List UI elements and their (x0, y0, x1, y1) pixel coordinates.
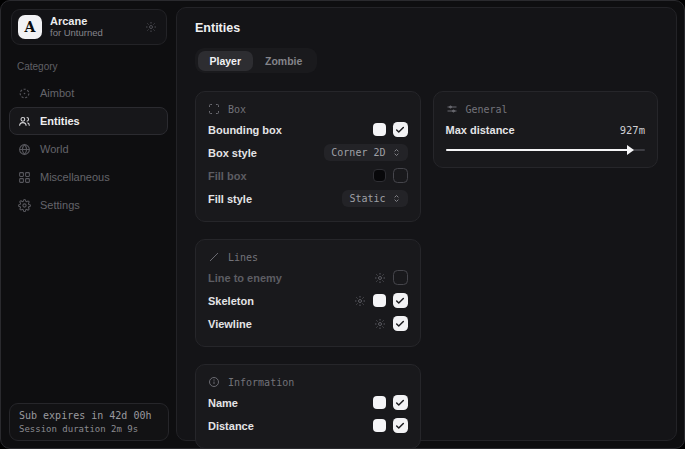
left-column: Box Bounding box Box style (195, 91, 421, 449)
globe-icon (18, 143, 31, 156)
setting-row-line-to-enemy: Line to enemy (208, 266, 408, 289)
gear-icon[interactable] (145, 21, 157, 33)
fill-style-dropdown[interactable]: Static (342, 190, 407, 207)
sidebar-item-label: Aimbot (40, 87, 74, 99)
sidebar-item-world[interactable]: World (9, 135, 168, 163)
sidebar-item-miscellaneous[interactable]: Miscellaneous (9, 163, 168, 191)
logo-letter: A (25, 19, 36, 35)
app-window: A Arcane for Unturned Category Aimbot (0, 0, 685, 449)
crosshair-icon (18, 87, 31, 100)
right-column: General Max distance 927m (433, 91, 659, 168)
color-swatch[interactable] (373, 169, 386, 182)
gear-icon[interactable] (374, 272, 386, 284)
content-area: Box Bounding box Box style (195, 91, 658, 449)
sidebar-item-entities[interactable]: Entities (9, 107, 168, 135)
sliders-icon (446, 103, 458, 115)
sidebar-nav: Aimbot Entities World Miscellaneous (1, 79, 176, 219)
subscription-card: Sub expires in 42d 00h Session duration … (9, 403, 169, 441)
chevron-up-down-icon (392, 194, 401, 203)
checkbox-unchecked[interactable] (393, 168, 408, 183)
general-card: General Max distance 927m (433, 91, 659, 168)
setting-row-distance: Distance (208, 414, 408, 437)
diagonal-line-icon (208, 251, 220, 263)
main-panel: Entities Player Zombie Box Bounding box (176, 7, 677, 441)
page-title: Entities (195, 21, 658, 35)
max-distance-slider[interactable] (446, 144, 646, 156)
card-title: General (466, 104, 508, 115)
general-card-header: General (446, 101, 646, 118)
sidebar-item-label: Miscellaneous (40, 171, 110, 183)
gear-icon[interactable] (374, 318, 386, 330)
category-label: Category (17, 61, 176, 72)
setting-row-skeleton: Skeleton (208, 289, 408, 312)
session-duration-text: Session duration 2m 9s (19, 424, 159, 434)
setting-row-box-style: Box style Corner 2D (208, 141, 408, 164)
max-distance-label: Max distance (446, 124, 515, 136)
tab-player[interactable]: Player (198, 51, 254, 71)
setting-row-fill-box: Fill box (208, 164, 408, 187)
sub-expires-text: Sub expires in 42d 00h (19, 410, 159, 421)
tab-zombie[interactable]: Zombie (253, 51, 314, 71)
max-distance-value: 927m (620, 124, 645, 136)
grid-icon (18, 171, 31, 184)
setting-row-name: Name (208, 391, 408, 414)
sidebar-item-aimbot[interactable]: Aimbot (9, 79, 168, 107)
sidebar-item-label: Entities (40, 115, 80, 127)
checkbox-checked[interactable] (393, 122, 408, 137)
logo-card: A Arcane for Unturned (11, 9, 167, 45)
slider-thumb[interactable] (627, 145, 634, 155)
color-swatch[interactable] (373, 294, 386, 307)
checkbox-checked[interactable] (393, 316, 408, 331)
app-title-block: Arcane for Unturned (50, 15, 137, 39)
sidebar: A Arcane for Unturned Category Aimbot (1, 1, 176, 448)
chevron-up-down-icon (392, 148, 401, 157)
setting-row-fill-style: Fill style Static (208, 187, 408, 210)
box-card-header: Box (208, 101, 408, 118)
app-logo: A (18, 15, 42, 39)
box-style-dropdown[interactable]: Corner 2D (324, 144, 407, 161)
max-distance-row: Max distance 927m (446, 120, 646, 140)
sidebar-item-label: World (40, 143, 69, 155)
info-icon (208, 376, 220, 388)
checkbox-unchecked[interactable] (393, 270, 408, 285)
lines-card: Lines Line to enemy Skeleton (195, 239, 421, 347)
checkbox-checked[interactable] (393, 418, 408, 433)
sidebar-item-label: Settings (40, 199, 80, 211)
dropdown-value: Static (349, 193, 385, 204)
gear-icon[interactable] (354, 295, 366, 307)
lines-card-header: Lines (208, 249, 408, 266)
users-icon (18, 115, 31, 128)
card-title: Information (228, 377, 294, 388)
color-swatch[interactable] (373, 419, 386, 432)
card-title: Lines (228, 252, 258, 263)
color-swatch[interactable] (373, 123, 386, 136)
scan-frame-icon (208, 103, 220, 115)
box-card: Box Bounding box Box style (195, 91, 421, 222)
app-subtitle: for Unturned (50, 28, 137, 39)
card-title: Box (228, 104, 246, 115)
setting-row-bounding-box: Bounding box (208, 118, 408, 141)
checkbox-checked[interactable] (393, 293, 408, 308)
entity-tabs: Player Zombie (195, 48, 317, 73)
checkbox-checked[interactable] (393, 395, 408, 410)
slider-fill (446, 149, 631, 151)
dropdown-value: Corner 2D (331, 147, 385, 158)
app-name: Arcane (50, 15, 137, 28)
information-card-header: Information (208, 374, 408, 391)
sidebar-item-settings[interactable]: Settings (9, 191, 168, 219)
color-swatch[interactable] (373, 396, 386, 409)
setting-row-viewline: Viewline (208, 312, 408, 335)
gear-icon (18, 199, 31, 212)
information-card: Information Name Distance (195, 364, 421, 449)
